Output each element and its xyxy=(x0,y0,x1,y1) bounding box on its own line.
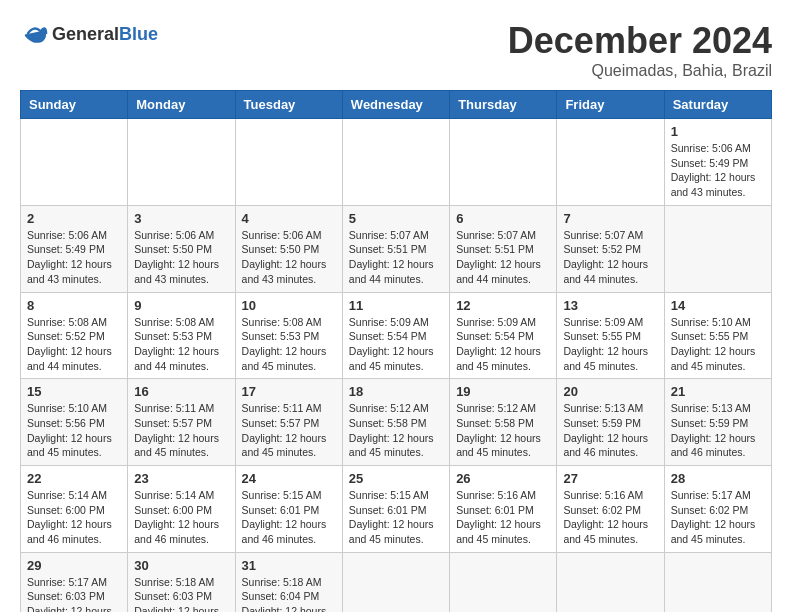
day-info: Sunrise: 5:17 AMSunset: 6:02 PMDaylight:… xyxy=(671,489,756,545)
day-number: 1 xyxy=(671,124,765,139)
empty-cell xyxy=(450,552,557,612)
day-number: 14 xyxy=(671,298,765,313)
day-number: 15 xyxy=(27,384,121,399)
day-info: Sunrise: 5:08 AMSunset: 5:53 PMDaylight:… xyxy=(242,316,327,372)
day-cell-20: 20Sunrise: 5:13 AMSunset: 5:59 PMDayligh… xyxy=(557,379,664,466)
day-number: 13 xyxy=(563,298,657,313)
day-info: Sunrise: 5:10 AMSunset: 5:56 PMDaylight:… xyxy=(27,402,112,458)
calendar-week-5: 29Sunrise: 5:17 AMSunset: 6:03 PMDayligh… xyxy=(21,552,772,612)
day-number: 17 xyxy=(242,384,336,399)
day-number: 18 xyxy=(349,384,443,399)
col-header-friday: Friday xyxy=(557,91,664,119)
calendar-week-0: 1Sunrise: 5:06 AMSunset: 5:49 PMDaylight… xyxy=(21,119,772,206)
calendar-week-1: 2Sunrise: 5:06 AMSunset: 5:49 PMDaylight… xyxy=(21,205,772,292)
day-cell-16: 16Sunrise: 5:11 AMSunset: 5:57 PMDayligh… xyxy=(128,379,235,466)
empty-cell xyxy=(342,552,449,612)
day-info: Sunrise: 5:09 AMSunset: 5:54 PMDaylight:… xyxy=(456,316,541,372)
col-header-sunday: Sunday xyxy=(21,91,128,119)
day-info: Sunrise: 5:06 AMSunset: 5:49 PMDaylight:… xyxy=(27,229,112,285)
day-number: 26 xyxy=(456,471,550,486)
logo-text: GeneralBlue xyxy=(52,24,158,45)
empty-cell xyxy=(664,552,771,612)
day-info: Sunrise: 5:10 AMSunset: 5:55 PMDaylight:… xyxy=(671,316,756,372)
day-cell-17: 17Sunrise: 5:11 AMSunset: 5:57 PMDayligh… xyxy=(235,379,342,466)
day-info: Sunrise: 5:11 AMSunset: 5:57 PMDaylight:… xyxy=(242,402,327,458)
day-number: 22 xyxy=(27,471,121,486)
day-cell-26: 26Sunrise: 5:16 AMSunset: 6:01 PMDayligh… xyxy=(450,466,557,553)
day-number: 25 xyxy=(349,471,443,486)
day-cell-15: 15Sunrise: 5:10 AMSunset: 5:56 PMDayligh… xyxy=(21,379,128,466)
day-info: Sunrise: 5:13 AMSunset: 5:59 PMDaylight:… xyxy=(563,402,648,458)
day-cell-6: 6Sunrise: 5:07 AMSunset: 5:51 PMDaylight… xyxy=(450,205,557,292)
day-number: 9 xyxy=(134,298,228,313)
day-cell-25: 25Sunrise: 5:15 AMSunset: 6:01 PMDayligh… xyxy=(342,466,449,553)
location: Queimadas, Bahia, Brazil xyxy=(508,62,772,80)
day-cell-27: 27Sunrise: 5:16 AMSunset: 6:02 PMDayligh… xyxy=(557,466,664,553)
empty-cell xyxy=(450,119,557,206)
empty-cell xyxy=(557,119,664,206)
day-info: Sunrise: 5:12 AMSunset: 5:58 PMDaylight:… xyxy=(349,402,434,458)
empty-cell xyxy=(21,119,128,206)
calendar-header-row: SundayMondayTuesdayWednesdayThursdayFrid… xyxy=(21,91,772,119)
day-info: Sunrise: 5:18 AMSunset: 6:04 PMDaylight:… xyxy=(242,576,327,612)
col-header-wednesday: Wednesday xyxy=(342,91,449,119)
day-number: 7 xyxy=(563,211,657,226)
day-number: 21 xyxy=(671,384,765,399)
day-cell-12: 12Sunrise: 5:09 AMSunset: 5:54 PMDayligh… xyxy=(450,292,557,379)
day-info: Sunrise: 5:12 AMSunset: 5:58 PMDaylight:… xyxy=(456,402,541,458)
calendar-table: SundayMondayTuesdayWednesdayThursdayFrid… xyxy=(20,90,772,612)
day-number: 29 xyxy=(27,558,121,573)
day-number: 19 xyxy=(456,384,550,399)
empty-cell xyxy=(664,205,771,292)
col-header-monday: Monday xyxy=(128,91,235,119)
day-cell-14: 14Sunrise: 5:10 AMSunset: 5:55 PMDayligh… xyxy=(664,292,771,379)
day-info: Sunrise: 5:08 AMSunset: 5:53 PMDaylight:… xyxy=(134,316,219,372)
day-info: Sunrise: 5:07 AMSunset: 5:51 PMDaylight:… xyxy=(349,229,434,285)
day-cell-7: 7Sunrise: 5:07 AMSunset: 5:52 PMDaylight… xyxy=(557,205,664,292)
day-number: 4 xyxy=(242,211,336,226)
day-info: Sunrise: 5:08 AMSunset: 5:52 PMDaylight:… xyxy=(27,316,112,372)
day-cell-19: 19Sunrise: 5:12 AMSunset: 5:58 PMDayligh… xyxy=(450,379,557,466)
empty-cell xyxy=(557,552,664,612)
empty-cell xyxy=(342,119,449,206)
day-info: Sunrise: 5:13 AMSunset: 5:59 PMDaylight:… xyxy=(671,402,756,458)
day-cell-3: 3Sunrise: 5:06 AMSunset: 5:50 PMDaylight… xyxy=(128,205,235,292)
day-cell-9: 9Sunrise: 5:08 AMSunset: 5:53 PMDaylight… xyxy=(128,292,235,379)
day-number: 8 xyxy=(27,298,121,313)
day-number: 27 xyxy=(563,471,657,486)
day-number: 6 xyxy=(456,211,550,226)
day-info: Sunrise: 5:14 AMSunset: 6:00 PMDaylight:… xyxy=(27,489,112,545)
day-number: 23 xyxy=(134,471,228,486)
logo: GeneralBlue xyxy=(20,20,158,48)
day-cell-23: 23Sunrise: 5:14 AMSunset: 6:00 PMDayligh… xyxy=(128,466,235,553)
day-cell-2: 2Sunrise: 5:06 AMSunset: 5:49 PMDaylight… xyxy=(21,205,128,292)
day-number: 30 xyxy=(134,558,228,573)
day-cell-4: 4Sunrise: 5:06 AMSunset: 5:50 PMDaylight… xyxy=(235,205,342,292)
day-cell-11: 11Sunrise: 5:09 AMSunset: 5:54 PMDayligh… xyxy=(342,292,449,379)
calendar-week-2: 8Sunrise: 5:08 AMSunset: 5:52 PMDaylight… xyxy=(21,292,772,379)
month-title: December 2024 xyxy=(508,20,772,62)
page-header: GeneralBlue December 2024 Queimadas, Bah… xyxy=(20,20,772,80)
col-header-tuesday: Tuesday xyxy=(235,91,342,119)
calendar-week-4: 22Sunrise: 5:14 AMSunset: 6:00 PMDayligh… xyxy=(21,466,772,553)
day-info: Sunrise: 5:15 AMSunset: 6:01 PMDaylight:… xyxy=(242,489,327,545)
day-cell-31: 31Sunrise: 5:18 AMSunset: 6:04 PMDayligh… xyxy=(235,552,342,612)
day-info: Sunrise: 5:06 AMSunset: 5:49 PMDaylight:… xyxy=(671,142,756,198)
day-info: Sunrise: 5:07 AMSunset: 5:52 PMDaylight:… xyxy=(563,229,648,285)
empty-cell xyxy=(128,119,235,206)
day-cell-8: 8Sunrise: 5:08 AMSunset: 5:52 PMDaylight… xyxy=(21,292,128,379)
day-number: 12 xyxy=(456,298,550,313)
day-cell-10: 10Sunrise: 5:08 AMSunset: 5:53 PMDayligh… xyxy=(235,292,342,379)
day-cell-28: 28Sunrise: 5:17 AMSunset: 6:02 PMDayligh… xyxy=(664,466,771,553)
title-block: December 2024 Queimadas, Bahia, Brazil xyxy=(508,20,772,80)
day-number: 24 xyxy=(242,471,336,486)
day-cell-13: 13Sunrise: 5:09 AMSunset: 5:55 PMDayligh… xyxy=(557,292,664,379)
logo-icon xyxy=(20,20,48,48)
day-info: Sunrise: 5:14 AMSunset: 6:00 PMDaylight:… xyxy=(134,489,219,545)
day-number: 3 xyxy=(134,211,228,226)
day-number: 2 xyxy=(27,211,121,226)
day-number: 10 xyxy=(242,298,336,313)
day-info: Sunrise: 5:11 AMSunset: 5:57 PMDaylight:… xyxy=(134,402,219,458)
day-info: Sunrise: 5:06 AMSunset: 5:50 PMDaylight:… xyxy=(134,229,219,285)
empty-cell xyxy=(235,119,342,206)
